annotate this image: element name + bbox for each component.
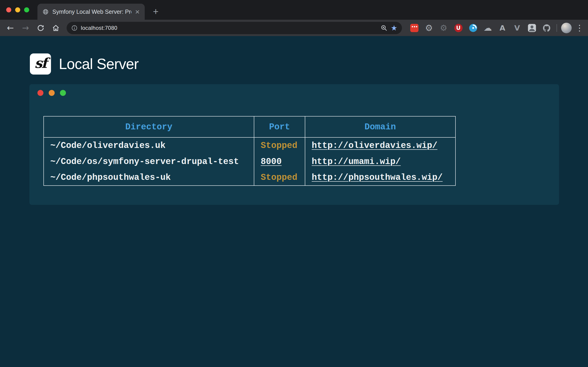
domain-cell: http://umami.wip/ <box>305 153 456 169</box>
domain-link[interactable]: http://umami.wip/ <box>312 157 401 167</box>
domain-link[interactable]: http://phpsouthwales.wip/ <box>312 173 443 182</box>
page-content: sf Local Server Directory Port <box>0 36 588 367</box>
tab-strip: Symfony Local Web Server: Prox × + <box>0 0 588 20</box>
browser-menu-icon[interactable]: ⋮ <box>574 23 585 33</box>
forward-button[interactable]: → <box>19 21 32 35</box>
directory-cell: ~/Code/phpsouthwales-uk <box>44 169 254 186</box>
tab-close-icon[interactable]: × <box>135 8 140 16</box>
server-panel: Directory Port Domain ~/Code/oliverdavie… <box>29 84 559 205</box>
page-title: Local Server <box>59 56 138 73</box>
table-row: ~/Code/os/symfony-server-drupal-test 800… <box>44 153 456 169</box>
port-status: Stopped <box>254 169 305 186</box>
directory-cell: ~/Code/oliverdavies.uk <box>44 137 254 153</box>
domain-cell: http://oliverdavies.wip/ <box>305 137 456 153</box>
window-controls <box>6 7 29 12</box>
panel-dot-green-icon <box>60 90 66 96</box>
column-header-port: Port <box>254 116 305 137</box>
port-cell: 8000 <box>254 153 305 169</box>
column-header-domain: Domain <box>305 116 456 137</box>
browser-tab[interactable]: Symfony Local Web Server: Prox × <box>37 4 145 20</box>
table-row: ~/Code/phpsouthwales-uk Stopped http://p… <box>44 169 456 186</box>
extension-letter-a-icon[interactable]: A <box>498 23 507 33</box>
home-button[interactable] <box>49 21 62 35</box>
globe-favicon-icon <box>43 9 49 15</box>
extension-gear-light-icon[interactable]: ⚙ <box>424 23 434 33</box>
reload-icon <box>37 24 44 32</box>
table-header-row: Directory Port Domain <box>44 116 456 137</box>
extensions-bar: ⋯ ⚙ ⚙ U ☁ A V <box>409 23 552 33</box>
directory-cell: ~/Code/os/symfony-server-drupal-test <box>44 153 254 169</box>
minimize-window-button[interactable] <box>15 7 20 12</box>
extension-gear-dark-icon[interactable]: ⚙ <box>439 23 449 33</box>
panel-dot-orange-icon <box>49 90 55 96</box>
extension-blue-dial-icon[interactable] <box>468 23 478 33</box>
tab-title: Symfony Local Web Server: Prox <box>52 8 131 15</box>
new-tab-button[interactable]: + <box>150 6 162 18</box>
servers-table: Directory Port Domain ~/Code/oliverdavie… <box>43 116 456 186</box>
close-window-button[interactable] <box>6 7 11 12</box>
home-icon <box>52 24 60 32</box>
brand-header: sf Local Server <box>30 53 138 75</box>
reload-button[interactable] <box>34 21 47 35</box>
profile-avatar[interactable] <box>561 23 572 33</box>
back-button[interactable]: ← <box>4 21 17 35</box>
port-link[interactable]: 8000 <box>261 157 282 167</box>
address-bar[interactable]: localhost:7080 ★ <box>67 22 402 34</box>
domain-link[interactable]: http://oliverdavies.wip/ <box>312 141 437 150</box>
panel-window-dots <box>37 90 66 96</box>
extension-person-icon[interactable] <box>527 23 537 33</box>
panel-dot-red-icon <box>37 90 43 96</box>
port-status: Stopped <box>254 137 305 153</box>
extension-cloud-icon[interactable]: ☁ <box>483 23 493 33</box>
browser-window: Symfony Local Web Server: Prox × + ← → <box>0 0 588 367</box>
bookmark-star-icon[interactable]: ★ <box>391 24 397 32</box>
extension-github-icon[interactable] <box>542 23 552 33</box>
info-icon[interactable] <box>71 25 78 31</box>
column-header-directory: Directory <box>44 116 254 137</box>
extension-letter-v-icon[interactable]: V <box>512 23 522 33</box>
table-row: ~/Code/oliverdavies.uk Stopped http://ol… <box>44 137 456 153</box>
zoom-icon[interactable] <box>380 25 388 31</box>
zoom-window-button[interactable] <box>24 7 29 12</box>
toolbar-separator <box>556 24 557 32</box>
extension-ublock-icon[interactable]: U <box>453 23 463 33</box>
extension-red-dots-icon[interactable]: ⋯ <box>409 23 419 33</box>
domain-cell: http://phpsouthwales.wip/ <box>305 169 456 186</box>
url-text[interactable]: localhost:7080 <box>81 25 377 31</box>
symfony-logo-icon: sf <box>30 53 51 75</box>
browser-toolbar: ← → localhost:7080 ★ <box>0 20 588 36</box>
